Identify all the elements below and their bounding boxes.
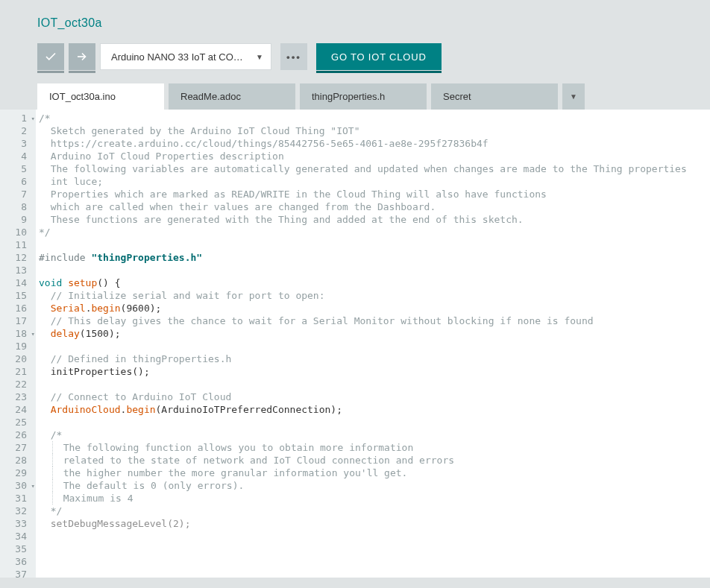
board-select-label: Arduino NANO 33 IoT at CO… — [111, 51, 243, 63]
tab-main-ino[interactable]: IOT_oct30a.ino — [37, 83, 164, 110]
code-editor[interactable]: 1234567891011121314151617181920212223242… — [0, 110, 710, 578]
caret-down-icon: ▼ — [256, 53, 263, 61]
more-menu-button[interactable]: ••• — [280, 43, 307, 70]
checkmark-icon — [44, 50, 57, 63]
caret-down-icon: ▼ — [570, 92, 577, 101]
tab-secret[interactable]: Secret — [431, 83, 558, 110]
verify-button[interactable] — [37, 43, 64, 70]
upload-button[interactable] — [69, 43, 95, 70]
board-select[interactable]: Arduino NANO 33 IoT at CO… ▼ — [100, 43, 271, 70]
sketch-title: IOT_oct30a — [37, 16, 673, 30]
line-number-gutter: 1234567891011121314151617181920212223242… — [0, 110, 36, 578]
tab-bar: IOT_oct30a.ino ReadMe.adoc thingProperti… — [0, 83, 710, 110]
toolbar: Arduino NANO 33 IoT at CO… ▼ ••• GO TO I… — [0, 30, 710, 83]
arrow-right-icon — [75, 50, 89, 63]
tab-thingproperties[interactable]: thingProperties.h — [300, 83, 427, 110]
tab-more-button[interactable]: ▼ — [562, 83, 585, 110]
ellipsis-icon: ••• — [286, 51, 301, 63]
go-to-iot-cloud-button[interactable]: GO TO IOT CLOUD — [316, 43, 442, 70]
code-area[interactable]: /* Sketch generated by the Arduino IoT C… — [36, 110, 710, 578]
tab-readme[interactable]: ReadMe.adoc — [169, 83, 295, 110]
